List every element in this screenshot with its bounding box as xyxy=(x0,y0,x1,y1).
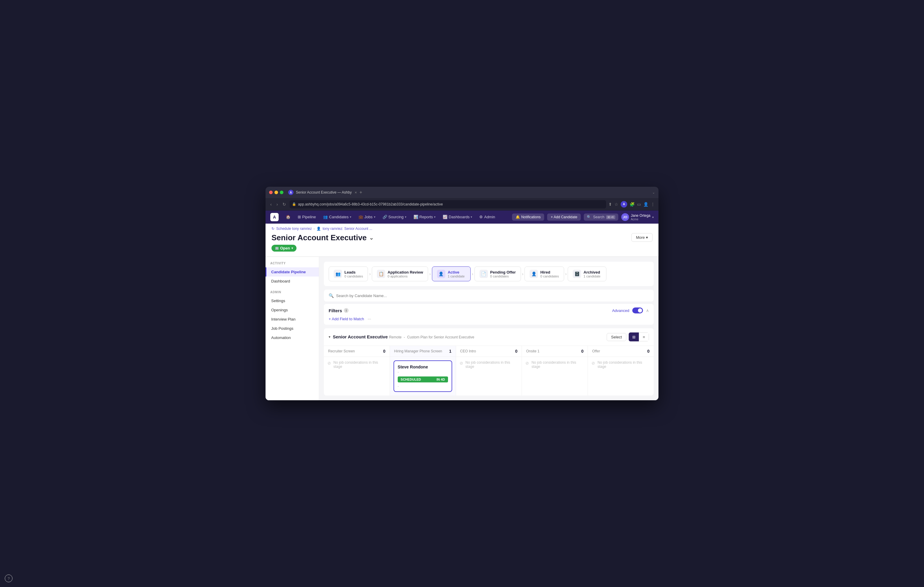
search-input[interactable] xyxy=(336,294,649,298)
search-icon: 🔍 xyxy=(328,293,334,298)
advanced-toggle[interactable] xyxy=(632,307,643,313)
browser-window: A Senior Account Executive — Ashby ✕ + ⌄… xyxy=(266,187,658,400)
person-icon: 👤 xyxy=(317,227,321,231)
stage-info-archived: Archived 1 candidate xyxy=(584,270,601,278)
tab-close-icon[interactable]: ✕ xyxy=(355,191,357,194)
list-view-button[interactable]: ≡ xyxy=(639,332,649,341)
chevron-down-icon: ▾ xyxy=(405,215,406,219)
grid-view-button[interactable]: ⊞ xyxy=(629,332,639,341)
app-logo[interactable]: A xyxy=(270,213,279,221)
sidebar: ACTIVITY Candidate Pipeline Dashboard AD… xyxy=(266,257,319,400)
stage-item-pending-offer[interactable]: 📄 Pending Offer 0 candidates xyxy=(475,266,521,281)
close-button[interactable] xyxy=(269,191,273,194)
sidebar-item-settings[interactable]: Settings xyxy=(266,296,319,306)
no-considerations-text: No job considerations in this stage xyxy=(531,360,584,369)
info-icon[interactable]: i xyxy=(344,308,348,313)
user-menu[interactable]: JO Jane Ortega Acme ▾ xyxy=(621,213,654,221)
stage-item-archived[interactable]: 🗄️ Archived 1 candidate xyxy=(568,266,606,281)
menu-icon[interactable]: ⋮ xyxy=(651,202,655,207)
forward-button[interactable]: › xyxy=(276,201,279,208)
lock-icon: 🔒 xyxy=(292,202,296,206)
url-input[interactable] xyxy=(290,200,606,209)
sidebar-item-dashboard[interactable]: Dashboard xyxy=(266,276,319,286)
notifications-button[interactable]: 🔔 Notifications xyxy=(512,214,544,220)
minimize-button[interactable] xyxy=(274,191,278,194)
candidate-footer: - xyxy=(398,384,448,388)
column-hiring-manager-phone-screen: Hiring Manager Phone Screen 1 Steve Rond… xyxy=(390,346,456,396)
stage-box-app-review: 📋 Application Review 0 applications xyxy=(372,266,428,281)
back-button[interactable]: ‹ xyxy=(269,201,273,208)
nav-item-jobs[interactable]: 💼 Jobs ▾ xyxy=(355,210,379,224)
extensions-icon[interactable]: 🧩 xyxy=(630,202,635,207)
breadcrumb-item2[interactable]: tony ramriez: Senior Account ... xyxy=(323,227,372,231)
nav-item-pipeline[interactable]: ⊞ Pipeline xyxy=(294,210,319,224)
sidebar-item-candidate-pipeline[interactable]: Candidate Pipeline xyxy=(266,267,319,276)
nav-candidates-label: Candidates xyxy=(329,215,348,219)
nav-item-sourcing[interactable]: 🔗 Sourcing ▾ xyxy=(379,210,410,224)
scheduled-time: IN 4D xyxy=(436,378,445,381)
more-filters-button[interactable]: ··· xyxy=(368,316,371,321)
stage-item-hired[interactable]: 👤 Hired 0 candidates xyxy=(525,266,564,281)
page-header: Senior Account Executive ⌄ 🏢 Open ▾ More… xyxy=(266,231,658,257)
column-header-recruiter-screen: Recruiter Screen 0 xyxy=(324,346,389,357)
new-tab-button[interactable]: + xyxy=(359,190,362,195)
stage-info-leads: Leads 0 candidates xyxy=(345,270,363,278)
sidebar-item-openings[interactable]: Openings xyxy=(266,306,319,315)
bookmark-icon[interactable]: ☆ xyxy=(614,202,618,207)
collapse-filters-button[interactable]: ∧ xyxy=(646,308,649,313)
column-body-hiring-manager: Steve Rondone - SCHEDULED IN 4D - xyxy=(390,357,456,396)
no-considerations-text: No job considerations in this stage xyxy=(597,360,650,369)
status-badge[interactable]: 🏢 Open ▾ xyxy=(272,245,297,252)
maximize-button[interactable] xyxy=(280,191,284,194)
stage-item-active[interactable]: 👤 Active 1 candidate xyxy=(432,266,470,281)
nav-item-home[interactable]: 🏠 xyxy=(282,210,294,224)
reload-button[interactable]: ↻ xyxy=(281,201,287,208)
pipeline-section-header: ▾ Senior Account Executive Remote - Cust… xyxy=(324,328,654,346)
more-chevron-icon: ▾ xyxy=(646,235,648,240)
add-field-button[interactable]: + Add Field to Match xyxy=(328,317,364,321)
sidebar-item-automation[interactable]: Automation xyxy=(266,333,319,342)
url-container: 🔒 xyxy=(290,200,606,209)
sidebar-activity-label: ACTIVITY xyxy=(266,262,319,267)
page-title-chevron[interactable]: ⌄ xyxy=(369,235,374,241)
stage-name-active: Active xyxy=(448,270,465,275)
column-offer: Offer 0 ⊘ No job considerations in this … xyxy=(588,346,654,396)
section-title-area: Senior Account Executive Remote - Custom… xyxy=(333,334,474,340)
hired-icon: 👤 xyxy=(530,270,538,278)
scheduled-label: SCHEDULED xyxy=(401,378,421,381)
stage-item-application-review[interactable]: 📋 Application Review 0 applications xyxy=(372,266,428,281)
sourcing-icon: 🔗 xyxy=(383,215,387,219)
arrow-icon: › xyxy=(565,271,567,276)
stage-box-pending-offer: 📄 Pending Offer 0 candidates xyxy=(475,266,521,281)
share-icon[interactable]: ⬆ xyxy=(609,202,612,207)
filters-header: Filters i Advanced ∧ xyxy=(328,307,649,313)
nav-item-reports[interactable]: 📊 Reports ▾ xyxy=(410,210,439,224)
sidebar-item-job-postings[interactable]: Job Postings xyxy=(266,324,319,333)
column-name-offer: Offer xyxy=(592,349,600,353)
column-count-hiring-manager: 1 xyxy=(449,349,452,354)
stage-info-pending-offer: Pending Offer 0 candidates xyxy=(490,270,516,278)
nav-item-admin[interactable]: ⚙ Admin xyxy=(476,210,498,224)
user-name: Jane Ortega xyxy=(631,214,650,218)
app-review-icon: 📋 xyxy=(377,270,385,278)
nav-item-candidates[interactable]: 👥 Candidates ▾ xyxy=(319,210,355,224)
nav-reports-label: Reports xyxy=(419,215,433,219)
profile-icon[interactable]: 👤 xyxy=(643,202,648,207)
sidebar-toggle-icon[interactable]: ▭ xyxy=(637,202,641,207)
more-button[interactable]: More ▾ xyxy=(631,233,652,242)
breadcrumb-item1[interactable]: Schedule tony ramriez xyxy=(276,227,312,231)
stage-name-app-review: Application Review xyxy=(388,270,423,275)
breadcrumb-separator: › xyxy=(314,227,314,230)
sidebar-item-interview-plan[interactable]: Interview Plan xyxy=(266,315,319,324)
stage-item-leads[interactable]: 👥 Leads 0 candidates xyxy=(328,266,368,281)
candidate-card-steve-rondone[interactable]: Steve Rondone - SCHEDULED IN 4D - xyxy=(394,360,452,392)
pipeline-section: ▾ Senior Account Executive Remote - Cust… xyxy=(324,328,654,396)
stage-box-leads: 👥 Leads 0 candidates xyxy=(328,266,368,281)
search-bar[interactable]: 🔍 Search ⌘+K xyxy=(584,214,618,220)
nav-item-dashboards[interactable]: 📈 Dashboards ▾ xyxy=(439,210,476,224)
add-candidate-button[interactable]: + Add Candidate xyxy=(547,214,581,220)
collapse-section-icon[interactable]: ▾ xyxy=(328,335,330,339)
stage-info-app-review: Application Review 0 applications xyxy=(388,270,423,278)
select-button[interactable]: Select xyxy=(607,333,626,341)
browser-profile-icon[interactable]: A xyxy=(620,201,627,207)
